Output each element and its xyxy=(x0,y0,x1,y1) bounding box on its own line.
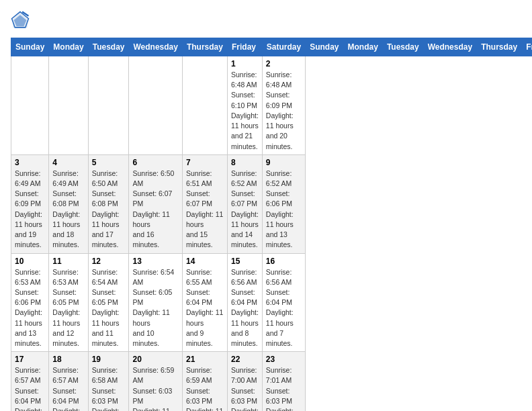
day-number: 13 xyxy=(132,257,178,266)
calendar-cell: 1Sunrise: 6:48 AM Sunset: 6:10 PM Daylig… xyxy=(227,56,262,155)
calendar-week-4: 17Sunrise: 6:57 AM Sunset: 6:04 PM Dayli… xyxy=(11,352,533,411)
calendar-cell xyxy=(11,56,49,155)
calendar-week-3: 10Sunrise: 6:53 AM Sunset: 6:06 PM Dayli… xyxy=(11,253,533,352)
logo xyxy=(11,11,32,30)
header-monday: Monday xyxy=(49,38,88,56)
col-header-thursday: Thursday xyxy=(477,38,522,56)
day-number: 6 xyxy=(132,158,178,167)
calendar-cell: 12Sunrise: 6:54 AM Sunset: 6:05 PM Dayli… xyxy=(88,253,129,352)
calendar-cell: 16Sunrise: 6:56 AM Sunset: 6:04 PM Dayli… xyxy=(262,253,305,352)
day-info: Sunrise: 6:48 AM Sunset: 6:09 PM Dayligh… xyxy=(266,70,302,152)
day-info: Sunrise: 6:54 AM Sunset: 6:05 PM Dayligh… xyxy=(132,267,178,349)
calendar-cell: 20Sunrise: 6:59 AM Sunset: 6:03 PM Dayli… xyxy=(129,352,182,411)
calendar-cell: 7Sunrise: 6:51 AM Sunset: 6:07 PM Daylig… xyxy=(182,154,227,253)
calendar-cell: 10Sunrise: 6:53 AM Sunset: 6:06 PM Dayli… xyxy=(11,253,49,352)
col-header-monday: Monday xyxy=(343,38,382,56)
day-info: Sunrise: 6:54 AM Sunset: 6:05 PM Dayligh… xyxy=(92,267,126,349)
day-number: 23 xyxy=(266,355,302,364)
header-wednesday: Wednesday xyxy=(129,38,182,56)
day-info: Sunrise: 6:57 AM Sunset: 6:04 PM Dayligh… xyxy=(15,365,45,411)
day-info: Sunrise: 6:55 AM Sunset: 6:04 PM Dayligh… xyxy=(186,267,224,349)
day-info: Sunrise: 7:01 AM Sunset: 6:03 PM Dayligh… xyxy=(266,365,302,411)
calendar-cell: 6Sunrise: 6:50 AM Sunset: 6:07 PM Daylig… xyxy=(129,154,182,253)
day-info: Sunrise: 6:53 AM Sunset: 6:06 PM Dayligh… xyxy=(15,267,45,349)
day-number: 1 xyxy=(231,59,259,68)
calendar-cell: 4Sunrise: 6:49 AM Sunset: 6:08 PM Daylig… xyxy=(49,154,88,253)
day-number: 22 xyxy=(231,355,259,364)
day-number: 2 xyxy=(266,59,302,68)
calendar-cell: 14Sunrise: 6:55 AM Sunset: 6:04 PM Dayli… xyxy=(182,253,227,352)
calendar-cell xyxy=(88,56,129,155)
day-info: Sunrise: 6:58 AM Sunset: 6:03 PM Dayligh… xyxy=(92,365,126,411)
calendar-cell: 23Sunrise: 7:01 AM Sunset: 6:03 PM Dayli… xyxy=(262,352,305,411)
logo-icon xyxy=(11,11,30,30)
day-info: Sunrise: 6:56 AM Sunset: 6:04 PM Dayligh… xyxy=(231,267,259,349)
calendar-table: SundayMondayTuesdayWednesdayThursdayFrid… xyxy=(11,38,532,411)
day-number: 15 xyxy=(231,257,259,266)
day-info: Sunrise: 6:53 AM Sunset: 6:05 PM Dayligh… xyxy=(52,267,84,349)
day-info: Sunrise: 6:52 AM Sunset: 6:06 PM Dayligh… xyxy=(266,169,302,250)
calendar-cell: 15Sunrise: 6:56 AM Sunset: 6:04 PM Dayli… xyxy=(227,253,262,352)
calendar-cell: 5Sunrise: 6:50 AM Sunset: 6:08 PM Daylig… xyxy=(88,154,129,253)
day-info: Sunrise: 6:50 AM Sunset: 6:07 PM Dayligh… xyxy=(132,169,178,250)
col-header-wednesday: Wednesday xyxy=(423,38,476,56)
calendar-cell: 2Sunrise: 6:48 AM Sunset: 6:09 PM Daylig… xyxy=(262,56,305,155)
calendar-header-row: SundayMondayTuesdayWednesdayThursdayFrid… xyxy=(11,38,533,56)
day-info: Sunrise: 6:51 AM Sunset: 6:07 PM Dayligh… xyxy=(186,169,224,250)
calendar-cell: 17Sunrise: 6:57 AM Sunset: 6:04 PM Dayli… xyxy=(11,352,49,411)
day-number: 5 xyxy=(92,158,126,167)
day-number: 14 xyxy=(186,257,224,266)
day-number: 8 xyxy=(231,158,259,167)
day-number: 19 xyxy=(92,355,126,364)
day-info: Sunrise: 6:59 AM Sunset: 6:03 PM Dayligh… xyxy=(186,365,224,411)
col-header-tuesday: Tuesday xyxy=(382,38,423,56)
calendar-cell: 3Sunrise: 6:49 AM Sunset: 6:09 PM Daylig… xyxy=(11,154,49,253)
day-info: Sunrise: 6:52 AM Sunset: 6:07 PM Dayligh… xyxy=(231,169,259,250)
day-number: 10 xyxy=(15,257,45,266)
calendar-cell: 9Sunrise: 6:52 AM Sunset: 6:06 PM Daylig… xyxy=(262,154,305,253)
day-number: 3 xyxy=(15,158,45,167)
header-friday: Friday xyxy=(227,38,262,56)
calendar-cell: 13Sunrise: 6:54 AM Sunset: 6:05 PM Dayli… xyxy=(129,253,182,352)
day-number: 12 xyxy=(92,257,126,266)
day-number: 18 xyxy=(52,355,84,364)
header-saturday: Saturday xyxy=(262,38,305,56)
calendar-cell: 11Sunrise: 6:53 AM Sunset: 6:05 PM Dayli… xyxy=(49,253,88,352)
calendar-cell: 18Sunrise: 6:57 AM Sunset: 6:04 PM Dayli… xyxy=(49,352,88,411)
day-info: Sunrise: 6:57 AM Sunset: 6:04 PM Dayligh… xyxy=(52,365,84,411)
day-info: Sunrise: 6:48 AM Sunset: 6:10 PM Dayligh… xyxy=(231,70,259,152)
col-header-friday: Friday xyxy=(522,38,532,56)
header-thursday: Thursday xyxy=(182,38,227,56)
calendar-cell: 21Sunrise: 6:59 AM Sunset: 6:03 PM Dayli… xyxy=(182,352,227,411)
page-header xyxy=(11,11,521,30)
header-sunday: Sunday xyxy=(11,38,49,56)
day-info: Sunrise: 6:59 AM Sunset: 6:03 PM Dayligh… xyxy=(132,365,178,411)
calendar-cell: 22Sunrise: 7:00 AM Sunset: 6:03 PM Dayli… xyxy=(227,352,262,411)
day-number: 4 xyxy=(52,158,84,167)
day-number: 7 xyxy=(186,158,224,167)
day-info: Sunrise: 6:49 AM Sunset: 6:09 PM Dayligh… xyxy=(15,169,45,250)
col-header-sunday: Sunday xyxy=(306,38,343,56)
day-info: Sunrise: 6:50 AM Sunset: 6:08 PM Dayligh… xyxy=(92,169,126,250)
calendar-cell xyxy=(49,56,88,155)
day-info: Sunrise: 6:56 AM Sunset: 6:04 PM Dayligh… xyxy=(266,267,302,349)
calendar-cell xyxy=(129,56,182,155)
day-number: 11 xyxy=(52,257,84,266)
day-info: Sunrise: 7:00 AM Sunset: 6:03 PM Dayligh… xyxy=(231,365,259,411)
day-number: 17 xyxy=(15,355,45,364)
header-tuesday: Tuesday xyxy=(88,38,129,56)
day-info: Sunrise: 6:49 AM Sunset: 6:08 PM Dayligh… xyxy=(52,169,84,250)
day-number: 9 xyxy=(266,158,302,167)
day-number: 21 xyxy=(186,355,224,364)
day-number: 20 xyxy=(132,355,178,364)
calendar-week-1: 1Sunrise: 6:48 AM Sunset: 6:10 PM Daylig… xyxy=(11,56,533,155)
calendar-cell: 8Sunrise: 6:52 AM Sunset: 6:07 PM Daylig… xyxy=(227,154,262,253)
day-number: 16 xyxy=(266,257,302,266)
calendar-cell: 19Sunrise: 6:58 AM Sunset: 6:03 PM Dayli… xyxy=(88,352,129,411)
calendar-week-2: 3Sunrise: 6:49 AM Sunset: 6:09 PM Daylig… xyxy=(11,154,533,253)
calendar-cell xyxy=(182,56,227,155)
